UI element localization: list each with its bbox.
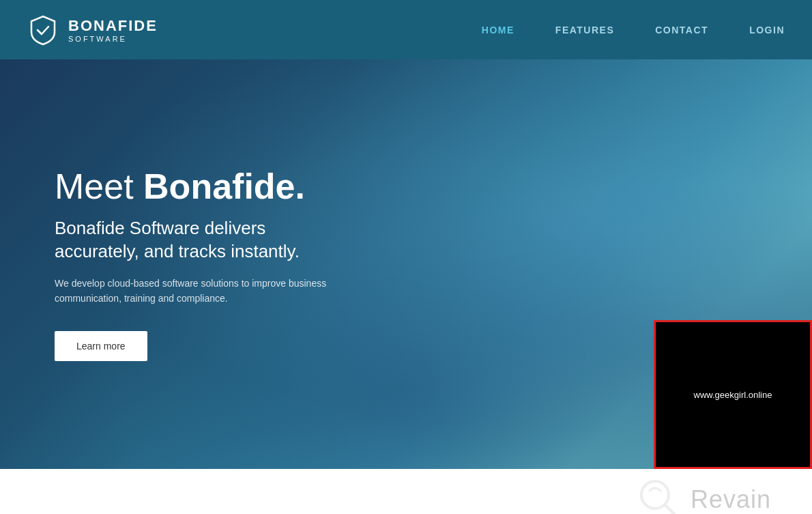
nav-link-login[interactable]: LOGIN	[749, 25, 785, 35]
nav-link-home[interactable]: HOME	[482, 25, 514, 35]
hero-subtitle-line1: Bonafide Software delivers	[55, 218, 265, 238]
hero-title: Meet Bonafide.	[55, 167, 341, 206]
logo[interactable]: BONAFIDE SOFTWARE	[27, 14, 158, 46]
revain-label: Revain	[691, 485, 771, 514]
logo-sub: SOFTWARE	[68, 35, 158, 43]
hero-subtitle: Bonafide Software delivers accurately, a…	[55, 217, 341, 263]
hero-content: Meet Bonafide. Bonafide Software deliver…	[0, 167, 396, 361]
hero-title-bold: Bonafide.	[143, 167, 305, 206]
hero-subtitle-line2: accurately, and tracks instantly.	[55, 241, 300, 261]
learn-more-button[interactable]: Learn more	[55, 331, 147, 361]
bottom-section: Revain Why choose Bonafide?	[0, 469, 812, 514]
svg-line-1	[665, 505, 678, 514]
logo-text: BONAFIDE SOFTWARE	[68, 17, 158, 43]
hero-description: We develop cloud-based software solution…	[55, 276, 341, 306]
revain-icon	[636, 476, 684, 514]
black-box-url: www.geekgirl.online	[694, 390, 772, 400]
nav-links: HOME FEATURES CONTACT LOGIN	[482, 25, 785, 35]
logo-main: BONAFIDE	[68, 17, 158, 35]
black-box-overlay: www.geekgirl.online	[654, 320, 812, 469]
navbar: BONAFIDE SOFTWARE HOME FEATURES CONTACT …	[0, 0, 812, 59]
revain-area: Revain	[636, 476, 771, 514]
hero-title-pre: Meet	[55, 167, 143, 206]
nav-link-contact[interactable]: CONTACT	[655, 25, 708, 35]
nav-link-features[interactable]: FEATURES	[555, 25, 614, 35]
shield-icon	[27, 14, 59, 46]
hero-section: Meet Bonafide. Bonafide Software deliver…	[0, 59, 812, 469]
